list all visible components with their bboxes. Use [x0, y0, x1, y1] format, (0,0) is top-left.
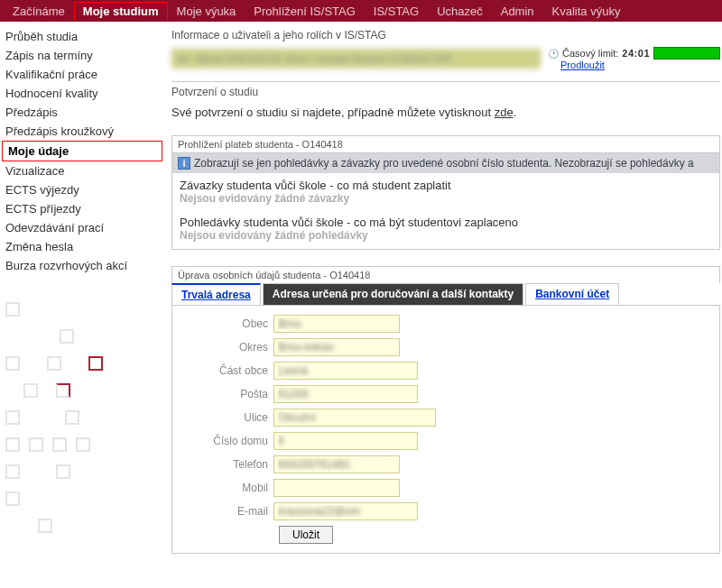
confirm-heading: Potvrzení o studiu: [171, 86, 720, 98]
confirm-link[interactable]: zde: [495, 106, 514, 119]
payments-panel-title: Prohlížení plateb studenta - O140418: [172, 136, 719, 153]
label-telefon: Telefon: [180, 458, 273, 471]
label-obec: Obec: [180, 317, 273, 330]
sidebar-item-kvalifika-n-pr-ce[interactable]: Kvalifikační práce: [0, 65, 166, 84]
form-row-mobil: Mobil: [180, 479, 712, 497]
input-okres[interactable]: [273, 338, 400, 356]
sidebar-item-ects-v-jezdy[interactable]: ECTS výjezdy: [0, 180, 166, 199]
sidebar-item-z-pis-na-term-ny[interactable]: Zápis na termíny: [0, 46, 166, 65]
input-ulice[interactable]: [273, 409, 436, 427]
clock-icon: 🕐: [548, 49, 559, 59]
topnav-item-is-stag[interactable]: IS/STAG: [365, 2, 428, 21]
sidebar-item-hodnocen-kvality[interactable]: Hodnocení kvality: [0, 84, 166, 103]
confirm-text: Své potvrzení o studiu si najdete, přípa…: [171, 106, 720, 119]
form-row-cislo: Číslo domu: [180, 432, 712, 450]
label-ulice: Ulice: [180, 411, 273, 424]
tab-bankovn-et[interactable]: Bankovní účet: [525, 283, 619, 305]
personal-tabs: Trvalá adresaAdresa určená pro doručován…: [171, 283, 720, 305]
save-button[interactable]: Uložit: [279, 526, 333, 544]
address-form: ObecOkresČást obcePoštaUliceČíslo domuTe…: [171, 305, 720, 554]
timer-bar: [653, 47, 720, 60]
main-content: Informace o uživateli a jeho rolích v IS…: [166, 22, 722, 554]
sidebar-item-pr-b-h-studia[interactable]: Průběh studia: [0, 27, 166, 46]
label-mobil: Mobil: [180, 482, 273, 494]
input-cislo[interactable]: [273, 432, 418, 450]
sidebar-item-zm-na-hesla[interactable]: Změna hesla: [0, 237, 166, 256]
receivables-heading: Pohledávky studenta vůči škole - co má b…: [180, 216, 712, 229]
topnav-item-prohl-en-is-stag[interactable]: Prohlížení IS/STAG: [245, 2, 364, 21]
form-row-posta: Pošta: [180, 385, 712, 403]
input-cast_obce[interactable]: [273, 362, 418, 380]
sidebar-item-burza-rozvrhov-ch-akc-[interactable]: Burza rozvrhových akcí: [0, 256, 166, 275]
topnav-item-kvalita-v-uky[interactable]: Kvalita výuky: [543, 2, 630, 21]
label-okres: Okres: [180, 341, 273, 354]
personal-panel-title: Úprava osobních údajů studenta - O140418: [171, 266, 720, 283]
topnav-item-moje-studium[interactable]: Moje studium: [74, 2, 168, 20]
form-row-telefon: Telefon: [180, 455, 712, 473]
timer-value: 24:01: [622, 48, 650, 59]
prolong-link[interactable]: Prodloužit: [560, 60, 605, 70]
topnav-item-moje-v-uka[interactable]: Moje výuka: [168, 2, 245, 21]
timer-label: Časový limit:: [562, 48, 618, 59]
tab-adresa-ur-en-pro-doru-ov[interactable]: Adresa určená pro doručování a další kon…: [263, 283, 523, 305]
sidebar-item-p-edz-pis[interactable]: Předzápis: [0, 103, 166, 122]
decorative-squares: [0, 302, 166, 533]
payments-panel: Prohlížení plateb studenta - O140418 i Z…: [171, 135, 720, 250]
input-email[interactable]: [273, 502, 418, 520]
tab-trval-adresa[interactable]: Trvalá adresa: [171, 283, 261, 305]
topnav-item-admin[interactable]: Admin: [492, 2, 543, 21]
top-nav: ZačínámeMoje studiumMoje výukaProhlížení…: [0, 0, 722, 22]
form-row-email: E-mail: [180, 502, 712, 520]
input-posta[interactable]: [273, 385, 418, 403]
personal-panel: Úprava osobních údajů studenta - O140418…: [171, 266, 720, 554]
input-mobil[interactable]: [273, 479, 400, 497]
sidebar-item-moje-daje[interactable]: Moje údaje: [2, 141, 162, 161]
label-cast_obce: Část obce: [180, 364, 273, 377]
payments-info-strip: i Zobrazují se jen pohledávky a závazky …: [172, 153, 719, 173]
sidebar-item-p-edz-pis-krou-kov-[interactable]: Předzápis kroužkový: [0, 122, 166, 141]
label-posta: Pošta: [180, 388, 273, 400]
topnav-item-uchaze-[interactable]: Uchazeč: [428, 2, 492, 21]
sidebar-item-vizualizace[interactable]: Vizualizace: [0, 161, 166, 180]
label-email: E-mail: [180, 505, 273, 518]
input-telefon[interactable]: [273, 455, 400, 473]
sidebar-item-ects-p-jezdy[interactable]: ECTS příjezdy: [0, 199, 166, 218]
userinfo-heading: Informace o uživateli a jeho rolích v IS…: [171, 29, 720, 41]
sidebar-item-odevzd-v-n-prac-[interactable]: Odevzdávání prací: [0, 218, 166, 237]
sidebar: Průběh studiaZápis na termínyKvalifikačn…: [0, 22, 166, 533]
label-cislo: Číslo domu: [180, 435, 273, 447]
form-row-okres: Okres: [180, 338, 712, 356]
form-row-cast_obce: Část obce: [180, 362, 712, 380]
topnav-item-za-n-me[interactable]: Začínáme: [4, 2, 74, 21]
receivables-empty: Nejsou evidovány žádné pohledávky: [180, 229, 712, 242]
form-row-obec: Obec: [180, 315, 712, 333]
userinfo-bar: Bc. Nikola KRAUSOVÁ, Role / uživatel Stu…: [171, 49, 541, 69]
info-icon: i: [178, 157, 190, 170]
form-row-ulice: Ulice: [180, 409, 712, 427]
session-timer: 🕐 Časový limit: 24:01 Prodloužit: [548, 47, 720, 70]
liabilities-empty: Nejsou evidovány žádné závazky: [180, 192, 712, 205]
input-obec[interactable]: [273, 315, 400, 333]
liabilities-heading: Závazky studenta vůči škole - co má stud…: [180, 179, 712, 192]
